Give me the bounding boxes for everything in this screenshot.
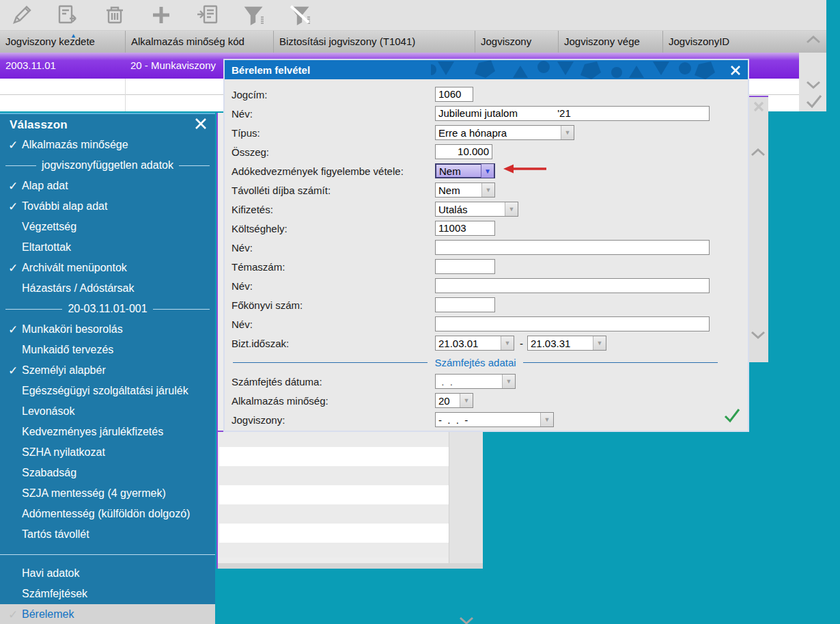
edit-icon[interactable] xyxy=(8,3,36,27)
chevron-down-icon: ▼ xyxy=(505,202,518,216)
scroll-up-icon[interactable] xyxy=(804,34,822,45)
nev-input[interactable] xyxy=(435,240,710,255)
sidebar-item[interactable]: Egészségügyi szolgáltatási járulék xyxy=(0,381,215,401)
nev-input[interactable] xyxy=(435,278,710,293)
kifizetes-select[interactable]: Utalás ▼ xyxy=(435,202,518,217)
field-row-alkalmazas-minoseg: Alkalmazás minőség: 20 ▼ xyxy=(232,391,748,410)
sidebar-item[interactable]: Végzettség xyxy=(0,217,215,237)
column-header[interactable]: Jogviszony xyxy=(475,31,558,53)
chevron-down-icon: ▼ xyxy=(501,336,514,350)
nev-input[interactable]: Jubileumi jutalom '21 xyxy=(435,106,710,121)
annotation-arrow-icon xyxy=(503,163,548,177)
field-row-nev3: Név: xyxy=(232,276,748,295)
section-divider: Számfejtés adatai xyxy=(233,353,718,372)
field-row-nev2: Név: xyxy=(232,238,748,257)
sidebar-item[interactable]: Házastárs / Adóstársak xyxy=(0,278,215,299)
close-icon[interactable] xyxy=(729,64,742,77)
fokonyvi-input[interactable] xyxy=(435,297,495,312)
sidebar-item[interactable]: SZHA nyilatkozat xyxy=(0,442,215,463)
scroll-up-icon[interactable] xyxy=(749,147,767,158)
chevron-down-icon: ▼ xyxy=(540,413,553,426)
biztidoszak-ig-select[interactable]: 21.03.31 ▼ xyxy=(527,336,606,351)
close-icon[interactable] xyxy=(753,100,765,116)
berelem-felvetel-dialog: Bérelem felvétel Jogcím: 1060 Név: Jubil… xyxy=(223,59,749,432)
column-header[interactable]: Jogviszony kezdete xyxy=(0,31,125,53)
sidebar-item[interactable]: Tartós távollét xyxy=(0,524,215,545)
column-header[interactable]: Jogviszony vége xyxy=(558,31,662,53)
scroll-down-icon[interactable] xyxy=(749,329,767,340)
check-icon: ✓ xyxy=(0,179,20,193)
sidebar-item[interactable]: Munkaidő tervezés xyxy=(0,340,215,360)
sidebar-item[interactable]: Szabadság xyxy=(0,463,215,483)
dialog-titlebar: Bérelem felvétel xyxy=(225,60,748,79)
column-header[interactable]: Biztosítási jogviszony (T1041) xyxy=(273,31,475,53)
sidebar-item[interactable]: ✓Személyi alapbér xyxy=(0,360,215,381)
sidebar-item[interactable]: ✓Archivált menüpontok xyxy=(0,258,215,278)
biztidoszak-tol-select[interactable]: 21.03.01 ▼ xyxy=(435,336,514,351)
add-icon[interactable] xyxy=(148,3,175,27)
field-row-biztidoszak: Bizt.időszak: 21.03.01 ▼ - 21.03.31 ▼ xyxy=(232,334,748,353)
titlebar-pattern xyxy=(431,60,725,79)
scroll-down-icon[interactable] xyxy=(804,79,822,90)
field-row-temaszam: Témaszám: xyxy=(232,257,748,276)
toolbar xyxy=(0,0,826,31)
field-row-kifizetes: Kifizetés: Utalás ▼ xyxy=(232,200,748,219)
chevron-down-icon: ▼ xyxy=(481,183,494,197)
field-row-fokonyvi: Főkönyvi szám: xyxy=(232,295,748,314)
sidebar-item[interactable]: ✓Alkalmazás minősége xyxy=(0,135,215,155)
tavolleti-select[interactable]: Nem ▼ xyxy=(435,182,495,198)
column-header[interactable]: Alkalmazás minőség kód xyxy=(125,31,273,53)
sidebar-item[interactable]: SZJA mentesség (4 gyermek) xyxy=(0,483,215,504)
scroll-down-icon[interactable] xyxy=(458,615,475,624)
empty-list-rows xyxy=(219,432,449,563)
dialog-body: Jogcím: 1060 Név: Jubileumi jutalom '21 … xyxy=(225,79,748,429)
field-row-nev4: Név: xyxy=(232,314,748,334)
filter-icon[interactable] xyxy=(240,3,268,27)
jogcim-input[interactable]: 1060 xyxy=(435,87,473,102)
sidebar-item[interactable]: Eltartottak xyxy=(0,237,215,258)
sidebar-item[interactable]: ✓Alap adat xyxy=(0,176,215,196)
field-row-koltseghely: Költséghely: 11003 xyxy=(232,219,748,238)
adokedvezmeny-select[interactable]: Nem ▼ xyxy=(435,163,495,178)
field-row-jogcim: Jogcím: 1060 xyxy=(232,85,748,104)
copy-record-icon[interactable] xyxy=(194,3,221,27)
sidebar-item[interactable]: Adómentesség (külföldön dolgozó) xyxy=(0,504,215,524)
sidebar-menu: ✓Alkalmazás minőségejogviszonyfüggetlen … xyxy=(0,135,215,624)
check-icon: ✓ xyxy=(0,608,20,622)
szamfejtes-datuma-select[interactable]: . . ▼ xyxy=(435,374,516,389)
sidebar-section-divider: jogviszonyfüggetlen adatok xyxy=(0,155,215,176)
cell-jogviszony-kezdete: 2003.11.01 xyxy=(0,53,125,79)
sidebar-item[interactable]: ✓Munkaköri besorolás xyxy=(0,319,215,340)
temaszam-input[interactable] xyxy=(435,259,495,274)
dialog-title: Bérelem felvétel xyxy=(225,64,310,76)
sidebar-item[interactable]: ✓További alap adat xyxy=(0,196,215,217)
sidebar-item[interactable]: Számfejtések xyxy=(0,584,215,604)
check-icon: ✓ xyxy=(0,261,20,275)
check-icon: ✓ xyxy=(0,138,20,152)
delete-icon[interactable] xyxy=(101,3,128,27)
chevron-down-icon: ▼ xyxy=(460,394,473,407)
column-header[interactable]: JogviszonyID xyxy=(662,31,799,53)
confirm-check-icon[interactable] xyxy=(804,93,824,109)
new-record-icon[interactable] xyxy=(55,3,82,27)
sidebar-menu-panel: Válasszon ✓Alkalmazás minőségejogviszony… xyxy=(0,113,215,624)
jogviszony-select[interactable]: - . . - ▼ xyxy=(435,412,554,427)
table-header: Jogviszony kezdete Alkalmazás minőség kó… xyxy=(0,31,826,53)
tipus-select[interactable]: Erre a hónapra ▼ xyxy=(435,125,574,140)
confirm-check-icon[interactable] xyxy=(723,407,741,426)
app-root: { "colors": { "accent_blue": "#1273c4", … xyxy=(0,0,840,624)
background-window-edge xyxy=(748,96,768,362)
sidebar-item[interactable]: ✓Bérelemek xyxy=(0,604,215,624)
osszeg-input[interactable]: 10.000 xyxy=(435,144,492,159)
sidebar-item[interactable]: Havi adatok xyxy=(0,563,215,584)
sidebar-item[interactable]: Levonások xyxy=(0,401,215,422)
filter-clear-icon[interactable] xyxy=(287,3,314,27)
sort-ascending-icon: ▲ xyxy=(70,32,76,39)
close-icon[interactable] xyxy=(195,118,207,133)
koltseghely-input[interactable]: 11003 xyxy=(435,221,495,236)
sidebar-item[interactable]: Kedvezményes járulékfizetés xyxy=(0,422,215,442)
check-icon: ✓ xyxy=(0,323,20,337)
alkalmazas-minoseg-select[interactable]: 20 ▼ xyxy=(435,393,473,408)
field-row-adokedvezmeny: Adókedvezmények figyelembe vétele: Nem ▼ xyxy=(232,161,748,180)
nev-input[interactable] xyxy=(435,316,710,331)
